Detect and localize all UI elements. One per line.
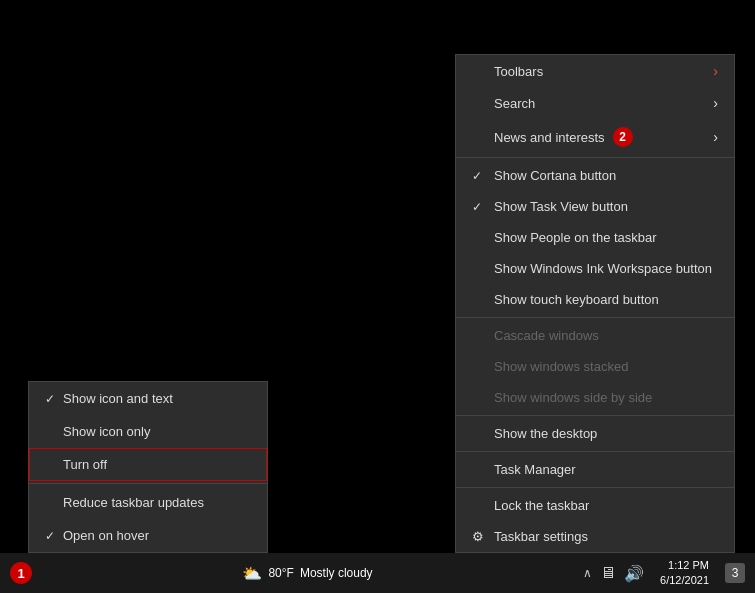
taskview-label: Show Task View button bbox=[494, 199, 628, 214]
news-label: News and interests bbox=[494, 130, 605, 145]
ink-label: Show Windows Ink Workspace button bbox=[494, 261, 712, 276]
taskbar-center: ⛅ 80°F Mostly cloudy bbox=[224, 564, 390, 583]
volume-icon[interactable]: 🔊 bbox=[624, 564, 644, 583]
menu-item-lock[interactable]: Lock the taskbar bbox=[456, 490, 734, 521]
chevron-right-icon: › bbox=[713, 95, 718, 111]
weather-desc: Mostly cloudy bbox=[300, 566, 373, 580]
reduce-label: Reduce taskbar updates bbox=[63, 495, 204, 510]
menu-item-taskview[interactable]: ✓ Show Task View button bbox=[456, 191, 734, 222]
taskbar-right: ∧ 🖥 🔊 1:12 PM 6/12/2021 3 bbox=[583, 553, 755, 593]
separator-1 bbox=[456, 157, 734, 158]
search-label: Search bbox=[494, 96, 535, 111]
sub-context-menu: ✓ Show icon and text Show icon only Turn… bbox=[28, 381, 268, 553]
menu-item-ink[interactable]: Show Windows Ink Workspace button bbox=[456, 253, 734, 284]
weather-icon: ⛅ bbox=[242, 564, 262, 583]
sub-menu-item-reduce[interactable]: Reduce taskbar updates bbox=[29, 486, 267, 519]
taskbar-badge-1[interactable]: 1 bbox=[10, 562, 32, 584]
toolbars-label: Toolbars bbox=[494, 64, 543, 79]
menu-item-toolbars[interactable]: Toolbars › bbox=[456, 55, 734, 87]
desktop-label: Show the desktop bbox=[494, 426, 597, 441]
clock-time: 1:12 PM bbox=[668, 558, 709, 573]
separator-5 bbox=[456, 487, 734, 488]
sidebyside-label: Show windows side by side bbox=[494, 390, 652, 405]
network-icon[interactable]: 🖥 bbox=[600, 564, 616, 582]
menu-item-stacked: Show windows stacked bbox=[456, 351, 734, 382]
hover-label: Open on hover bbox=[63, 528, 149, 543]
notification-badge[interactable]: 3 bbox=[725, 563, 745, 583]
show-icon-only-label: Show icon only bbox=[63, 424, 150, 439]
taskmanager-label: Task Manager bbox=[494, 462, 576, 477]
weather-widget[interactable]: ⛅ 80°F Mostly cloudy bbox=[234, 564, 380, 583]
touch-label: Show touch keyboard button bbox=[494, 292, 659, 307]
menu-item-cascade: Cascade windows bbox=[456, 320, 734, 351]
menu-item-news[interactable]: News and interests 2 › bbox=[456, 119, 734, 155]
check-icon: ✓ bbox=[472, 200, 486, 214]
clock-date: 6/12/2021 bbox=[660, 573, 709, 588]
separator-3 bbox=[456, 415, 734, 416]
check-icon: ✓ bbox=[45, 529, 63, 543]
cascade-label: Cascade windows bbox=[494, 328, 599, 343]
menu-item-desktop[interactable]: Show the desktop bbox=[456, 418, 734, 449]
sub-menu-item-show-icon-only[interactable]: Show icon only bbox=[29, 415, 267, 448]
menu-item-taskmanager[interactable]: Task Manager bbox=[456, 454, 734, 485]
chevron-right-icon: › bbox=[713, 129, 718, 145]
gear-icon: ⚙ bbox=[472, 529, 486, 544]
settings-label: Taskbar settings bbox=[494, 529, 588, 544]
check-icon: ✓ bbox=[45, 392, 63, 406]
people-label: Show People on the taskbar bbox=[494, 230, 657, 245]
check-icon: ✓ bbox=[472, 169, 486, 183]
show-icon-text-label: Show icon and text bbox=[63, 391, 173, 406]
news-badge: 2 bbox=[613, 127, 633, 147]
menu-item-people[interactable]: Show People on the taskbar bbox=[456, 222, 734, 253]
lock-label: Lock the taskbar bbox=[494, 498, 589, 513]
menu-item-settings[interactable]: ⚙ Taskbar settings bbox=[456, 521, 734, 552]
menu-item-cortana[interactable]: ✓ Show Cortana button bbox=[456, 160, 734, 191]
cortana-label: Show Cortana button bbox=[494, 168, 616, 183]
taskbar: 1 ⛅ 80°F Mostly cloudy ∧ 🖥 🔊 1:12 PM 6/1… bbox=[0, 553, 755, 593]
sub-menu-item-show-icon-text[interactable]: ✓ Show icon and text bbox=[29, 382, 267, 415]
menu-item-touch[interactable]: Show touch keyboard button bbox=[456, 284, 734, 315]
main-context-menu: Toolbars › Search › News and interests 2… bbox=[455, 54, 735, 553]
separator-2 bbox=[456, 317, 734, 318]
separator-4 bbox=[456, 451, 734, 452]
chevron-right-icon: › bbox=[713, 63, 718, 79]
taskbar-left: 1 bbox=[0, 562, 32, 584]
sub-separator-1 bbox=[29, 483, 267, 484]
system-tray-chevron[interactable]: ∧ bbox=[583, 566, 592, 580]
stacked-label: Show windows stacked bbox=[494, 359, 628, 374]
news-label-wrapper: News and interests 2 bbox=[494, 127, 633, 147]
sub-menu-item-turn-off[interactable]: Turn off bbox=[29, 448, 267, 481]
turn-off-label: Turn off bbox=[63, 457, 107, 472]
menu-item-sidebyside: Show windows side by side bbox=[456, 382, 734, 413]
sub-menu-item-hover[interactable]: ✓ Open on hover bbox=[29, 519, 267, 552]
menu-item-search[interactable]: Search › bbox=[456, 87, 734, 119]
weather-temp: 80°F bbox=[268, 566, 293, 580]
taskbar-clock[interactable]: 1:12 PM 6/12/2021 bbox=[652, 558, 717, 589]
